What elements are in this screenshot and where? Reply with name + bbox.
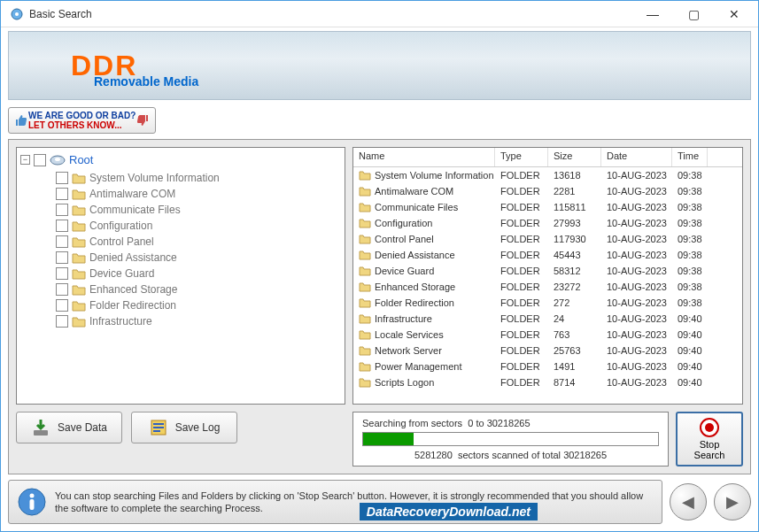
folder-icon — [359, 361, 371, 372]
folder-icon — [72, 251, 86, 264]
folder-icon — [359, 234, 371, 244]
maximize-button[interactable]: ▢ — [673, 2, 714, 27]
cell-size: 58312 — [548, 266, 601, 276]
checkbox[interactable] — [56, 235, 68, 248]
col-header-type[interactable]: Type — [495, 148, 548, 166]
banner-subtitle: Removable Media — [94, 74, 198, 89]
checkbox[interactable] — [56, 204, 68, 216]
list-panel: Name Type Size Date Time System Volume I… — [352, 147, 743, 405]
cell-name: Locale Services — [375, 329, 444, 340]
svg-point-3 — [55, 158, 60, 161]
checkbox[interactable] — [56, 267, 68, 280]
checkbox[interactable] — [56, 299, 68, 312]
tree-item[interactable]: Device Guard — [56, 267, 341, 280]
checkbox[interactable] — [56, 283, 68, 296]
cell-size: 272 — [548, 297, 601, 308]
cell-size: 117930 — [548, 234, 601, 244]
cell-size: 23272 — [548, 281, 601, 292]
cell-time: 09:38 — [672, 250, 708, 260]
cell-type: FOLDER — [495, 202, 548, 212]
checkbox[interactable] — [56, 251, 68, 264]
cell-date: 10-AUG-2023 — [601, 202, 672, 212]
save-log-button[interactable]: Save Log — [131, 412, 237, 443]
folder-icon — [359, 313, 371, 324]
cell-type: FOLDER — [495, 377, 548, 388]
svg-point-1 — [15, 12, 19, 16]
svg-rect-6 — [153, 423, 164, 425]
table-row[interactable]: Enhanced StorageFOLDER2327210-AUG-202309… — [353, 279, 742, 295]
folder-icon — [359, 266, 371, 276]
progress-label: Searching from sectors 0 to 30218265 — [362, 418, 659, 428]
cell-name: Configuration — [375, 218, 432, 228]
folder-icon — [72, 235, 86, 248]
folder-icon — [72, 220, 86, 232]
folder-icon — [72, 283, 86, 296]
folder-icon — [359, 202, 371, 212]
table-row[interactable]: ConfigurationFOLDER2799310-AUG-202309:38 — [353, 215, 742, 231]
checkbox[interactable] — [56, 188, 68, 200]
col-header-size[interactable]: Size — [548, 148, 601, 166]
checkbox[interactable] — [56, 172, 68, 184]
checkbox[interactable] — [56, 315, 68, 328]
folder-icon — [359, 377, 371, 388]
list-body[interactable]: System Volume InformationFOLDER1361810-A… — [353, 167, 742, 404]
minimize-button[interactable]: — — [632, 2, 673, 27]
nav-back-button[interactable]: ◀ — [670, 483, 707, 520]
main-panel: − Root System Volume InformationAntimalw… — [8, 139, 751, 474]
tree-item[interactable]: System Volume Information — [56, 172, 341, 184]
cell-name: Denied Assistance — [375, 250, 455, 260]
progress-stats: 5281280 sectors scanned of total 3021826… — [362, 450, 659, 460]
tree-item[interactable]: Control Panel — [56, 235, 341, 248]
table-row[interactable]: Device GuardFOLDER5831210-AUG-202309:38 — [353, 263, 742, 279]
table-row[interactable]: Network ServerFOLDER2576310-AUG-202309:4… — [353, 343, 742, 359]
col-header-name[interactable]: Name — [353, 148, 495, 166]
tree-scroll[interactable]: − Root System Volume InformationAntimalw… — [17, 148, 345, 404]
checkbox[interactable] — [34, 154, 46, 166]
cell-date: 10-AUG-2023 — [601, 170, 672, 181]
tree-root[interactable]: − Root — [20, 153, 341, 166]
table-row[interactable]: Control PanelFOLDER11793010-AUG-202309:3… — [353, 231, 742, 247]
tree-item[interactable]: Configuration — [56, 220, 341, 232]
nav-forward-button[interactable]: ▶ — [714, 483, 751, 520]
cell-type: FOLDER — [495, 170, 548, 181]
tree-item[interactable]: Enhanced Storage — [56, 283, 341, 296]
table-row[interactable]: Antimalware COMFOLDER228110-AUG-202309:3… — [353, 183, 742, 199]
tree-item[interactable]: Antimalware COM — [56, 188, 341, 200]
table-row[interactable]: Locale ServicesFOLDER76310-AUG-202309:40 — [353, 327, 742, 343]
stop-search-button[interactable]: Stop Search — [676, 412, 743, 466]
cell-name: Power Management — [375, 361, 461, 372]
tree-item[interactable]: Communicate Files — [56, 204, 341, 216]
cell-size: 2281 — [548, 186, 601, 197]
tree-item-label: Antimalware COM — [89, 188, 175, 200]
table-row[interactable]: Power ManagementFOLDER149110-AUG-202309:… — [353, 359, 742, 374]
stop-label: Stop Search — [694, 439, 725, 460]
cell-name: Scripts Logon — [375, 377, 434, 388]
folder-icon — [359, 345, 371, 356]
close-button[interactable]: ✕ — [714, 2, 755, 27]
table-row[interactable]: Denied AssistanceFOLDER4544310-AUG-20230… — [353, 247, 742, 263]
tree-item[interactable]: Infrastructure — [56, 315, 341, 328]
col-header-date[interactable]: Date — [601, 148, 672, 166]
cell-size: 763 — [548, 329, 601, 340]
table-row[interactable]: InfrastructureFOLDER2410-AUG-202309:40 — [353, 311, 742, 327]
table-row[interactable]: Folder RedirectionFOLDER27210-AUG-202309… — [353, 295, 742, 311]
col-header-time[interactable]: Time — [672, 148, 708, 166]
checkbox[interactable] — [56, 220, 68, 232]
tree-item[interactable]: Folder Redirection — [56, 299, 341, 312]
collapse-icon[interactable]: − — [20, 155, 30, 165]
cell-time: 09:40 — [672, 377, 708, 388]
cell-time: 09:40 — [672, 345, 708, 356]
save-data-button[interactable]: Save Data — [16, 412, 122, 443]
tree-item[interactable]: Denied Assistance — [56, 251, 341, 264]
table-row[interactable]: System Volume InformationFOLDER1361810-A… — [353, 167, 742, 183]
tree-item-label: Communicate Files — [89, 204, 181, 216]
feedback-button[interactable]: WE ARE GOOD OR BAD? LET OTHERS KNOW... — [8, 107, 156, 134]
table-row[interactable]: Scripts LogonFOLDER871410-AUG-202309:40 — [353, 374, 742, 390]
cell-size: 25763 — [548, 345, 601, 356]
app-icon — [10, 7, 24, 21]
table-row[interactable]: Communicate FilesFOLDER11581110-AUG-2023… — [353, 199, 742, 215]
tree-item-label: Enhanced Storage — [89, 283, 177, 296]
stop-icon — [700, 418, 719, 437]
tree-root-label: Root — [69, 153, 93, 166]
folder-icon — [359, 281, 371, 292]
